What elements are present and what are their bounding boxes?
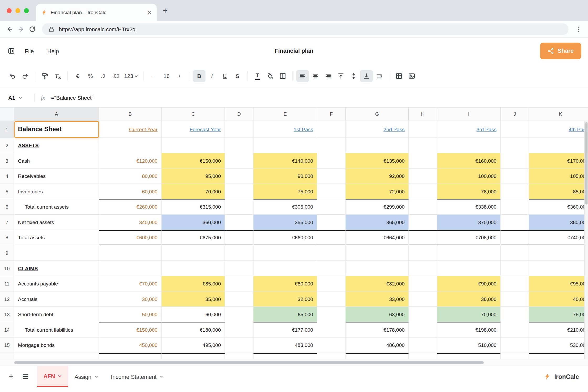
vertical-scrollbar-thumb[interactable] [585, 122, 588, 204]
format-paint-button[interactable] [39, 70, 51, 82]
reload-icon[interactable] [29, 25, 36, 33]
cell-E9[interactable] [253, 245, 317, 261]
cell-reference-box[interactable]: A1 [8, 95, 32, 101]
undo-button[interactable] [6, 70, 19, 82]
cell-C4[interactable]: 95,000 [162, 169, 225, 184]
select-all-corner[interactable] [0, 108, 14, 121]
cell-C16[interactable] [162, 353, 225, 359]
cell-D8[interactable] [225, 230, 254, 246]
cell-A15[interactable]: Mortgage bonds [14, 338, 99, 353]
window-minimize-button[interactable] [15, 8, 20, 13]
row-header-9[interactable]: 9 [0, 245, 14, 261]
cell-H6[interactable] [409, 199, 437, 215]
cell-A4[interactable]: Receivables [14, 169, 99, 184]
cell-H14[interactable] [409, 322, 437, 338]
cell-G9[interactable] [346, 245, 409, 261]
font-size-decrease-button[interactable]: − [147, 70, 160, 82]
cell-B1[interactable]: Current Year [99, 121, 162, 138]
cell-F6[interactable] [317, 199, 346, 215]
cell-E15[interactable]: 483,000 [253, 338, 317, 353]
align-right-button[interactable] [322, 70, 335, 82]
cell-I9[interactable] [437, 245, 501, 261]
cell-E5[interactable]: 75,000 [253, 184, 317, 199]
row-header-16[interactable]: 16 [0, 353, 14, 359]
formula-input[interactable]: ="Balance Sheet" [51, 95, 93, 101]
bold-button[interactable]: B [193, 70, 206, 82]
cell-H1[interactable] [409, 121, 437, 138]
share-button[interactable]: Share [540, 43, 581, 59]
italic-button[interactable]: I [206, 70, 218, 82]
cell-J16[interactable] [501, 353, 529, 359]
underline-button[interactable]: U [218, 70, 231, 82]
cell-E1[interactable]: 1st Pass [253, 121, 317, 138]
column-header-B[interactable]: B [99, 108, 162, 121]
cell-B3[interactable]: €120,000 [99, 153, 162, 169]
column-header-A[interactable]: A [14, 108, 99, 121]
cell-I13[interactable]: 70,000 [437, 307, 501, 322]
cell-F5[interactable] [317, 184, 346, 199]
row-header-7[interactable]: 7 [0, 215, 14, 230]
cell-B2[interactable] [99, 138, 162, 153]
clear-format-button[interactable] [51, 70, 64, 82]
cell-I6[interactable]: €338,000 [437, 199, 501, 215]
text-color-button[interactable]: T [251, 70, 264, 82]
cell-D3[interactable] [225, 153, 254, 169]
cell-G10[interactable] [346, 261, 409, 276]
cell-E11[interactable]: €80,000 [253, 276, 317, 292]
cell-K8[interactable]: €740,000 [529, 230, 588, 246]
cell-C1[interactable]: Forecast Year [162, 121, 225, 138]
cell-E3[interactable]: €140,000 [253, 153, 317, 169]
cell-I2[interactable] [437, 138, 501, 153]
cell-G16[interactable] [346, 353, 409, 359]
cell-H8[interactable] [409, 230, 437, 246]
cell-J9[interactable] [501, 245, 529, 261]
cell-J15[interactable] [501, 338, 529, 353]
row-header-11[interactable]: 11 [0, 276, 14, 292]
number-format-dropdown[interactable]: 123 [122, 70, 140, 82]
cell-G15[interactable]: 486,000 [346, 338, 409, 353]
cell-B7[interactable]: 340,000 [99, 215, 162, 230]
cell-A14[interactable]: Total current liabilities [14, 322, 99, 338]
cell-J4[interactable] [501, 169, 529, 184]
cell-K11[interactable]: €95,000 [529, 276, 588, 292]
cell-G1[interactable]: 2nd Pass [346, 121, 409, 138]
cell-G11[interactable]: €82,000 [346, 276, 409, 292]
cell-E10[interactable] [253, 261, 317, 276]
cell-I15[interactable]: 510,000 [437, 338, 501, 353]
cell-G8[interactable]: €664,000 [346, 230, 409, 246]
cell-J6[interactable] [501, 199, 529, 215]
cell-F14[interactable] [317, 322, 346, 338]
cell-I3[interactable]: €160,000 [437, 153, 501, 169]
font-size-value[interactable]: 16 [160, 70, 173, 82]
add-sheet-button[interactable]: + [4, 366, 18, 387]
forward-icon[interactable] [17, 25, 25, 33]
row-header-1[interactable]: 1 [0, 121, 14, 138]
row-header-12[interactable]: 12 [0, 292, 14, 307]
cell-C6[interactable]: €315,000 [162, 199, 225, 215]
cell-B15[interactable]: 450,000 [99, 338, 162, 353]
sheet-tab-afn[interactable]: AFN [37, 366, 68, 387]
cell-K16[interactable] [529, 353, 588, 359]
cell-D2[interactable] [225, 138, 254, 153]
cell-D12[interactable] [225, 292, 254, 307]
cell-K14[interactable]: €210,000 [529, 322, 588, 338]
insert-image-button[interactable] [405, 70, 418, 82]
cell-K5[interactable]: 85,000 [529, 184, 588, 199]
strikethrough-button[interactable]: S [231, 70, 244, 82]
increase-decimals-button[interactable]: .00 [110, 70, 122, 82]
cell-D9[interactable] [225, 245, 254, 261]
cell-G14[interactable]: €178,000 [346, 322, 409, 338]
cell-B4[interactable]: 80,000 [99, 169, 162, 184]
sidebar-toggle-icon[interactable] [8, 47, 15, 55]
cell-F16[interactable] [317, 353, 346, 359]
cell-E2[interactable] [253, 138, 317, 153]
cell-A9[interactable] [14, 245, 99, 261]
cell-I11[interactable]: €90,000 [437, 276, 501, 292]
row-header-3[interactable]: 3 [0, 153, 14, 169]
cell-K4[interactable]: 105,000 [529, 169, 588, 184]
column-header-I[interactable]: I [437, 108, 501, 121]
cell-D10[interactable] [225, 261, 254, 276]
valign-top-button[interactable] [335, 70, 347, 82]
cell-K6[interactable]: €360,000 [529, 199, 588, 215]
cell-A11[interactable]: Accounts payable [14, 276, 99, 292]
